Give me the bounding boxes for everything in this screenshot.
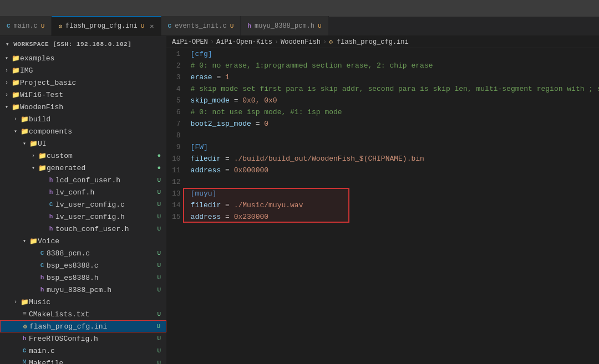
breadcrumb-link[interactable]: AiPi-OPEN bbox=[172, 38, 208, 46]
tree-item[interactable]: hlv_user_config.hU bbox=[0, 211, 166, 223]
tree-label: generated bbox=[47, 164, 155, 172]
tree-arrow-icon: › bbox=[29, 153, 38, 159]
code-line: # skip mode set first para is skip addr,… bbox=[191, 83, 599, 95]
tree-item[interactable]: ⚙flash_prog_cfg.iniU bbox=[0, 320, 166, 332]
tab-modified-badge: U bbox=[41, 23, 45, 29]
tree-label: components bbox=[29, 127, 161, 136]
breadcrumb-gear-icon: ⚙ bbox=[329, 39, 333, 45]
tree-badge: U bbox=[157, 250, 161, 257]
code-line: skip_mode = 0x0, 0x0 bbox=[191, 95, 599, 106]
syntax-eq: = bbox=[221, 213, 233, 221]
tab-muyu-pcm[interactable]: hmuyu_8388_pcm.hU bbox=[241, 16, 328, 35]
tab-c-icon: C bbox=[7, 23, 11, 29]
tree-item[interactable]: ▾📁generated● bbox=[0, 162, 166, 174]
tree-item[interactable]: ›📁WiFi6-Test bbox=[0, 89, 166, 101]
tab-main-c[interactable]: Cmain.cU bbox=[0, 16, 52, 35]
tree-item[interactable]: ›📁IMG bbox=[0, 64, 166, 76]
folder-icon: 📁 bbox=[20, 115, 29, 124]
tree-label: Makefile bbox=[29, 359, 155, 365]
tree-label: lcd_conf_user.h bbox=[55, 176, 155, 184]
syntax-val: 1 bbox=[225, 73, 230, 81]
tree-label: Voice bbox=[38, 237, 161, 245]
tree-item[interactable]: hlcd_conf_user.hU bbox=[0, 174, 166, 186]
tree-arrow-icon: › bbox=[11, 299, 20, 305]
tree-item[interactable]: ▾📁examples bbox=[0, 52, 166, 64]
tree-item[interactable]: Cbsp_es8388.cU bbox=[0, 259, 166, 271]
syntax-comment: # 0: no erase, 1:programmed section eras… bbox=[191, 61, 433, 70]
code-line: [cfg] bbox=[191, 48, 599, 60]
tree-label: IMG bbox=[20, 66, 161, 75]
tree-arrow-icon: ▾ bbox=[2, 104, 11, 110]
syntax-comment: # skip mode set first para is skip addr,… bbox=[191, 85, 599, 93]
sidebar: ▾ WORKSPACE [SSH: 192.168.0.102] ▾📁examp… bbox=[0, 36, 166, 364]
tree-item[interactable]: ›📁custom● bbox=[0, 150, 166, 162]
syntax-key: filedir bbox=[191, 201, 221, 209]
tree-item[interactable]: MMakefileU bbox=[0, 357, 166, 364]
tree-item[interactable]: ▾📁components bbox=[0, 125, 166, 137]
tree-label: Music bbox=[29, 298, 161, 306]
code-line bbox=[191, 176, 599, 188]
tab-flash-prog[interactable]: ⚙flash_prog_cfg.iniU✕ bbox=[52, 16, 161, 35]
syntax-key: skip_mode bbox=[191, 96, 230, 105]
code-line: filedir = ./Music/muyu.wav bbox=[191, 199, 599, 211]
breadcrumb-link[interactable]: WoodenFish bbox=[281, 38, 321, 46]
tree-arrow-icon: ▾ bbox=[20, 140, 29, 147]
folder-icon: 📁 bbox=[11, 54, 20, 63]
tree-item[interactable]: hlv_conf.hU bbox=[0, 186, 166, 198]
folder-icon: 📁 bbox=[11, 66, 20, 75]
tree-badge: U bbox=[156, 323, 160, 330]
breadcrumb: AiPi-OPEN›AiPi-Open-Kits›WoodenFish›⚙ fl… bbox=[166, 36, 599, 48]
tree-item[interactable]: htouch_conf_user.hU bbox=[0, 223, 166, 235]
tree-item[interactable]: C8388_pcm.cU bbox=[0, 247, 166, 259]
tab-modified-badge: U bbox=[230, 23, 234, 29]
c-file-icon: C bbox=[38, 262, 47, 269]
code-line: boot2_isp_mode = 0 bbox=[191, 118, 599, 130]
syntax-val: 0x000000 bbox=[234, 166, 268, 175]
breadcrumb-link[interactable]: AiPi-Open-Kits bbox=[216, 38, 272, 46]
tree-item[interactable]: Clv_user_config.cU bbox=[0, 198, 166, 211]
line-number: 11 bbox=[172, 165, 181, 176]
breadcrumb-separator: › bbox=[275, 38, 278, 46]
tree-item[interactable]: Cmain.cU bbox=[0, 345, 166, 357]
tree-label: muyu_8388_pcm.h bbox=[47, 286, 155, 294]
folder-icon: 📁 bbox=[29, 237, 38, 245]
tab-label: flash_prog_cfg.ini bbox=[65, 22, 138, 30]
folder-icon: 📁 bbox=[29, 140, 38, 148]
tree-badge: ● bbox=[157, 165, 161, 171]
tree-label: WiFi6-Test bbox=[20, 91, 161, 99]
syntax-val: ./Music/muyu.wav bbox=[234, 201, 303, 209]
syntax-section: [cfg] bbox=[191, 50, 212, 58]
tab-events-init[interactable]: Cevents_init.cU bbox=[161, 16, 241, 35]
code-editor[interactable]: 123456789101112131415 [cfg]# 0: no erase… bbox=[166, 48, 599, 364]
tree-item[interactable]: hmuyu_8388_pcm.hU bbox=[0, 284, 166, 296]
title-bar bbox=[0, 0, 599, 17]
tree-item[interactable]: ▾📁UI bbox=[0, 137, 166, 150]
tree-badge: U bbox=[157, 189, 161, 196]
tree-item[interactable]: ›📁build bbox=[0, 113, 166, 125]
tree-label: Project_basic bbox=[20, 79, 161, 87]
tree-badge: U bbox=[157, 201, 161, 208]
tree-item[interactable]: ›📁Music bbox=[0, 296, 166, 308]
syntax-eq: = bbox=[221, 201, 233, 209]
tree-item[interactable]: ▾📁Voice bbox=[0, 235, 166, 247]
tree-item[interactable]: hbsp_es8388.hU bbox=[0, 271, 166, 284]
line-number: 7 bbox=[172, 118, 181, 130]
gear-file-icon: ⚙ bbox=[21, 322, 29, 331]
code-line: [FW] bbox=[191, 141, 599, 153]
tree-item[interactable]: hFreeRTOSConfig.hU bbox=[0, 332, 166, 345]
syntax-key: address bbox=[191, 166, 221, 175]
tree-badge: U bbox=[157, 274, 161, 281]
line-number: 2 bbox=[172, 60, 181, 71]
line-number: 6 bbox=[172, 106, 181, 118]
tree-item[interactable]: ≡CMakeLists.txtU bbox=[0, 308, 166, 320]
tab-close-btn[interactable]: ✕ bbox=[150, 22, 154, 30]
code-line: address = 0x000000 bbox=[191, 165, 599, 176]
tree-badge: U bbox=[157, 213, 161, 220]
tree-item[interactable]: ›📁Project_basic bbox=[0, 76, 166, 89]
tree-badge: ● bbox=[157, 152, 161, 159]
syntax-val: 0 bbox=[264, 120, 268, 128]
txt-file-icon: ≡ bbox=[20, 310, 29, 318]
tree-item[interactable]: ▾📁WoodenFish bbox=[0, 101, 166, 113]
tree-label: lv_user_config.c bbox=[55, 201, 155, 209]
line-number: 1 bbox=[172, 48, 181, 60]
